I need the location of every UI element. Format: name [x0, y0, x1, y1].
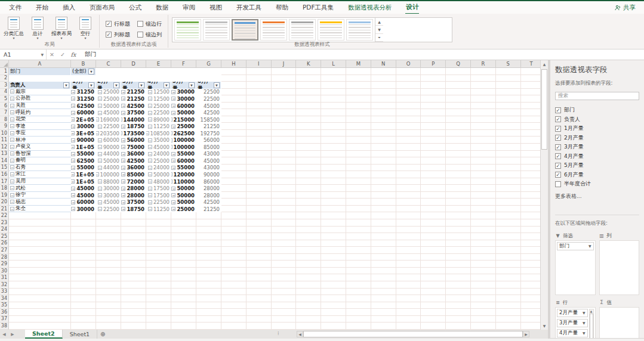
cell[interactable] [421, 123, 446, 130]
cell[interactable] [421, 233, 446, 240]
column-header-L[interactable]: L [321, 60, 346, 68]
column-header-H[interactable]: H [221, 60, 246, 68]
cell[interactable] [446, 206, 471, 213]
cell[interactable]: −50000 [96, 157, 121, 165]
cell[interactable] [396, 151, 421, 158]
cell[interactable]: −36000 [121, 165, 146, 172]
cell[interactable]: −50000 [171, 109, 196, 116]
collapse-icon[interactable]: − [121, 200, 125, 204]
cell[interactable] [371, 227, 396, 234]
cell[interactable]: −30000 [71, 206, 96, 213]
cell[interactable] [421, 130, 446, 137]
cell[interactable] [272, 212, 297, 219]
cell[interactable] [471, 302, 496, 309]
cell[interactable] [421, 316, 446, 323]
cell[interactable] [121, 247, 146, 254]
cell[interactable] [196, 227, 221, 234]
cell[interactable] [272, 151, 297, 158]
cell[interactable] [371, 199, 396, 206]
cell[interactable] [321, 247, 346, 254]
cell[interactable]: −公孙胜 [9, 95, 71, 103]
cell[interactable] [371, 137, 396, 144]
cell[interactable] [496, 109, 521, 116]
cell[interactable] [346, 254, 371, 261]
collapse-icon[interactable]: − [10, 110, 14, 114]
cell[interactable] [171, 274, 196, 281]
cell[interactable] [346, 261, 371, 268]
cell[interactable] [9, 233, 71, 240]
cell[interactable] [296, 261, 321, 268]
cell[interactable] [521, 281, 543, 289]
cell[interactable]: −30000 [71, 123, 96, 130]
cell[interactable] [246, 302, 272, 309]
cell[interactable] [321, 137, 346, 144]
cell[interactable] [396, 268, 421, 275]
ribbon-tab-帮助[interactable]: 帮助 [275, 2, 289, 14]
cell[interactable] [221, 281, 246, 289]
cell[interactable] [521, 219, 543, 227]
cell[interactable] [371, 309, 396, 316]
cell[interactable] [471, 309, 496, 316]
filter-dropdown-icon[interactable]: ▼ [164, 82, 170, 88]
row-header-3[interactable]: 3 [0, 82, 9, 89]
cell[interactable] [221, 137, 246, 144]
cell[interactable] [146, 240, 171, 247]
cell[interactable] [272, 75, 297, 82]
cell[interactable] [496, 151, 521, 158]
cell[interactable] [446, 137, 471, 144]
cell[interactable]: 56000 [196, 137, 221, 144]
collapse-icon[interactable]: − [148, 111, 152, 115]
cell[interactable] [346, 268, 371, 275]
values-area-box[interactable] [599, 307, 640, 339]
cell[interactable]: −武松 [9, 185, 71, 192]
collapse-icon[interactable]: − [121, 145, 125, 149]
sheet-tab-Sheet2[interactable]: Sheet2 [25, 330, 63, 339]
cell[interactable]: −173500 [121, 130, 146, 137]
cell[interactable] [496, 165, 521, 172]
cell[interactable] [396, 323, 421, 330]
column-header-A[interactable]: A [9, 60, 71, 68]
ribbon-tab-公式[interactable]: 公式 [128, 2, 142, 14]
cell[interactable] [496, 268, 521, 275]
collapse-icon[interactable]: − [98, 125, 102, 129]
collapse-icon[interactable]: − [121, 97, 125, 101]
select-all-button[interactable] [0, 60, 9, 68]
cell[interactable] [321, 219, 346, 227]
field-checkbox[interactable]: ✓ [555, 107, 561, 113]
cell[interactable]: −60000 [71, 109, 96, 116]
cell[interactable] [396, 240, 421, 247]
cell[interactable] [171, 227, 196, 234]
collapse-icon[interactable]: − [171, 97, 175, 101]
ribbon-tab-PDF工具集[interactable]: PDF工具集 [302, 2, 334, 14]
cell[interactable] [471, 165, 496, 172]
cell[interactable] [221, 144, 246, 151]
gallery-down-icon[interactable]: ▼ [375, 26, 383, 33]
enter-button[interactable]: ✓ [57, 49, 68, 60]
collapse-icon[interactable]: − [71, 152, 75, 156]
cell[interactable] [321, 281, 346, 289]
cell[interactable]: −朱仝 [9, 206, 71, 213]
cell[interactable] [296, 274, 321, 281]
cell[interactable] [296, 247, 321, 254]
cell[interactable] [371, 302, 396, 309]
insert-function-button[interactable]: fx [68, 49, 79, 60]
cell[interactable]: (全部)▼ [71, 68, 96, 75]
column-header-B[interactable]: B [71, 60, 96, 68]
cell[interactable] [321, 268, 346, 275]
cell[interactable] [346, 233, 371, 240]
cell[interactable] [371, 274, 396, 281]
cell[interactable] [521, 192, 543, 199]
cell[interactable] [296, 212, 321, 219]
cell[interactable] [71, 233, 96, 240]
ribbon-tab-开发工具[interactable]: 开发工具 [236, 2, 262, 14]
cell[interactable] [296, 192, 321, 199]
cell[interactable] [71, 316, 96, 323]
cell[interactable]: −44000 [96, 165, 121, 172]
cell[interactable] [272, 144, 297, 151]
cell[interactable] [246, 233, 272, 240]
collapse-icon[interactable]: − [96, 172, 99, 176]
cell[interactable] [171, 68, 196, 75]
cell[interactable] [246, 192, 272, 199]
collapse-icon[interactable]: − [121, 104, 125, 108]
cell[interactable] [121, 274, 146, 281]
